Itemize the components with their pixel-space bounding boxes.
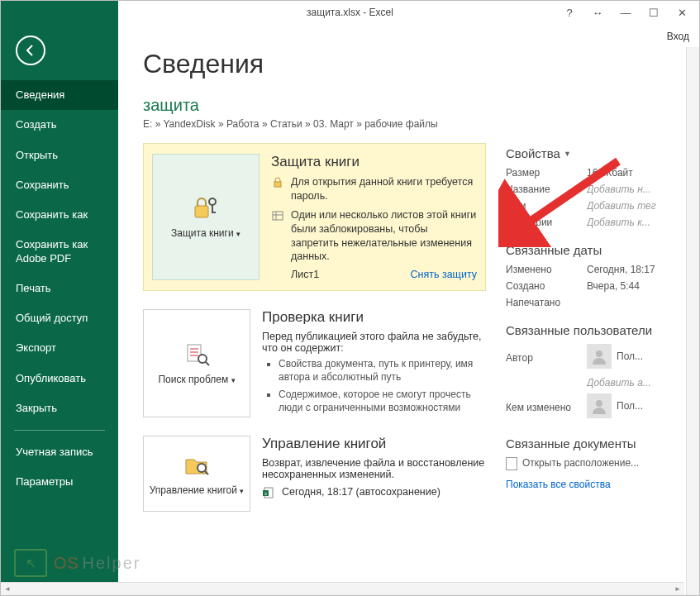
svg-point-10 (596, 350, 602, 357)
svg-point-5 (198, 355, 207, 363)
svg-point-6 (198, 464, 206, 472)
properties-header[interactable]: Свойства▼ (506, 146, 684, 160)
nav-share[interactable]: Общий доступ (1, 303, 118, 333)
manage-section: Управление книгой ▾ Управление книгой Во… (143, 436, 486, 512)
svg-rect-3 (273, 212, 283, 220)
file-path: E: » YandexDisk » Работа » Статьи » 03. … (143, 118, 699, 130)
vertical-scrollbar[interactable] (686, 47, 699, 595)
prop-title[interactable]: Добавить н... (587, 184, 651, 195)
manage-intro: Возврат, извлечение файла и восстановлен… (262, 457, 486, 480)
nav-save[interactable]: Сохранить (1, 170, 118, 200)
nav-open[interactable]: Открыть (1, 141, 118, 170)
backstage-sidebar: Сведения Создать Открыть Сохранить Сохра… (1, 24, 118, 595)
document-name: защита (143, 96, 699, 115)
manage-workbook-button[interactable]: Управление книгой ▾ (143, 436, 250, 512)
related-docs-header: Связанные документы (506, 436, 684, 451)
info-panel: Сведения защита E: » YandexDisk » Работа… (118, 24, 699, 595)
manage-title: Управление книгой (262, 436, 486, 452)
document-icon (506, 457, 517, 470)
inspect-title: Проверка книги (262, 309, 486, 326)
nav-save-pdf[interactable]: Сохранить как Adobe PDF (1, 230, 118, 274)
folder-magnifier-icon (183, 451, 211, 479)
nav-new[interactable]: Создать (1, 110, 118, 140)
lock-key-icon (192, 194, 220, 222)
sheet-lock-icon (271, 210, 284, 222)
horizontal-scrollbar[interactable] (1, 582, 684, 595)
prop-tags[interactable]: Добавить тег (587, 200, 656, 212)
svg-point-11 (596, 400, 602, 407)
date-modified: Сегодня, 18:17 (587, 264, 655, 275)
nav-print[interactable]: Печать (1, 274, 118, 303)
check-issues-button[interactable]: Поиск проблем ▾ (143, 309, 250, 417)
nav-save-as[interactable]: Сохранить как (1, 200, 118, 230)
minimize-button[interactable]: — (612, 2, 640, 23)
page-title: Сведения (143, 49, 699, 79)
inspect-section: Поиск проблем ▾ Проверка книги Перед пуб… (143, 309, 486, 417)
nav-account[interactable]: Учетная запись (1, 437, 118, 467)
display-mode-button[interactable]: ↔ (583, 2, 612, 23)
help-button[interactable]: ? (555, 2, 583, 23)
excel-file-icon: x (262, 487, 275, 498)
close-button[interactable]: ✕ (668, 2, 696, 23)
maximize-button[interactable]: ☐ (640, 2, 668, 23)
avatar-icon (587, 393, 612, 418)
nav-close[interactable]: Закрыть (1, 393, 118, 423)
nav-info[interactable]: Сведения (1, 80, 118, 110)
prop-categories[interactable]: Добавить к... (587, 217, 650, 228)
nav-publish[interactable]: Опубликовать (1, 364, 118, 393)
svg-rect-2 (274, 182, 281, 187)
protect-sheets-note: Один или несколько листов этой книги был… (291, 208, 477, 265)
checklist-magnifier-icon (183, 341, 211, 369)
prop-size: 16,3Кбайт (587, 167, 633, 179)
date-created: Вчера, 5:44 (587, 280, 640, 292)
dates-header: Связанные даты (506, 243, 684, 257)
nav-options[interactable]: Параметры (1, 467, 118, 497)
svg-point-1 (209, 198, 216, 205)
protect-section: Защита книги ▾ Защита книги Для открытия… (143, 143, 486, 291)
inspect-bullet: Свойства документа, путь к принтеру, имя… (279, 357, 486, 384)
open-file-location[interactable]: Открыть расположение... (506, 457, 684, 470)
author-name[interactable]: Пол... (617, 350, 643, 362)
locked-sheet-name: Лист1 (291, 269, 319, 280)
avatar-icon (587, 344, 612, 369)
svg-text:x: x (264, 491, 267, 496)
inspect-intro: Перед публикацией этого файла не забудьт… (262, 331, 486, 354)
add-author[interactable]: Добавить а... (587, 377, 651, 389)
chevron-down-icon: ▼ (564, 150, 571, 158)
protect-password-note: Для открытия данной книги требуется паро… (291, 175, 477, 203)
unprotect-link[interactable]: Снять защиту (411, 269, 477, 280)
people-header: Связанные пользователи (506, 323, 684, 337)
protect-title: Защита книги (271, 154, 477, 170)
svg-rect-0 (195, 206, 208, 217)
last-modified-by: Пол... (617, 400, 643, 412)
padlock-icon (271, 177, 284, 188)
back-button[interactable] (16, 36, 45, 65)
nav-export[interactable]: Экспорт (1, 333, 118, 363)
protect-workbook-button[interactable]: Защита книги ▾ (152, 154, 260, 280)
show-all-properties[interactable]: Показать все свойства (506, 479, 684, 490)
autosave-entry[interactable]: Сегодня, 18:17 (автосохранение) (282, 485, 440, 499)
inspect-bullet: Содержимое, которое не смогут прочесть л… (279, 388, 486, 414)
